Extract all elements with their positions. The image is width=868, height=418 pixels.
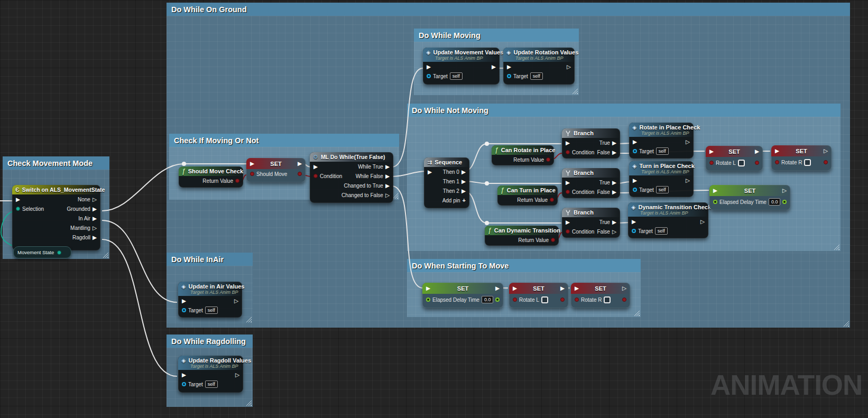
while-true-pin[interactable]: ▶ bbox=[385, 164, 390, 170]
true-pin[interactable]: ▶ bbox=[612, 180, 616, 185]
exec-out-pin[interactable]: ▷ bbox=[567, 64, 571, 70]
update-rotation-values-node[interactable]: ◈Update Rotation ValuesTarget is ALS Ani… bbox=[503, 48, 575, 85]
exec-in-pin[interactable]: ▶ bbox=[633, 178, 637, 183]
turn-in-place-check-node[interactable]: ◈Turn in Place CheckTarget is ALS Anim B… bbox=[629, 161, 694, 197]
comment-header[interactable]: Do While InAir bbox=[167, 253, 253, 266]
branch-node-rotate[interactable]: Branch ▶True▶ ConditionFalse▶ bbox=[562, 128, 620, 159]
comment-header[interactable]: Do While Ragdolling bbox=[167, 335, 253, 348]
target-pin[interactable] bbox=[633, 188, 637, 192]
exec-out-pin[interactable]: ▶ bbox=[495, 285, 500, 291]
exec-out-pin[interactable]: ▷ bbox=[700, 219, 705, 225]
exec-in-pin[interactable]: ▶ bbox=[313, 164, 318, 170]
exec-in-pin[interactable]: ▶ bbox=[632, 219, 636, 225]
movement-state-out-pin[interactable] bbox=[57, 250, 61, 255]
set-rotate-l-node[interactable]: ▶SET▶ Rotate L bbox=[509, 283, 568, 308]
then0-pin[interactable]: ▶ bbox=[461, 169, 466, 175]
comment-header[interactable]: Check If Moving Or Not bbox=[169, 134, 399, 147]
target-pin[interactable] bbox=[633, 149, 637, 153]
elapsed-delay-time-out-pin[interactable] bbox=[495, 298, 500, 302]
update-ragdoll-values-node[interactable]: ◈Update Ragdoll ValuesTarget is ALS Anim… bbox=[178, 356, 243, 393]
target-pin[interactable] bbox=[632, 229, 636, 233]
rotate-r-in-pin[interactable] bbox=[775, 160, 779, 164]
then2-pin[interactable]: ▶ bbox=[461, 188, 466, 194]
branch-node-turn[interactable]: Branch ▶True▶ ConditionFalse▶ bbox=[562, 168, 620, 198]
exec-out-pin-in-air[interactable]: ▶ bbox=[93, 216, 97, 221]
elapsed-value-box[interactable]: 0.0 bbox=[482, 296, 494, 303]
rotate-r-out-pin[interactable] bbox=[824, 160, 828, 164]
elapsed-delay-time-out-pin[interactable] bbox=[782, 200, 787, 204]
elapsed-value-box[interactable]: 0.0 bbox=[769, 198, 781, 206]
changed-to-true-pin[interactable]: ▶ bbox=[385, 183, 390, 189]
exec-in-pin[interactable]: ▶ bbox=[16, 197, 20, 202]
exec-in-pin[interactable]: ▶ bbox=[709, 148, 714, 154]
elapsed-delay-time-in-pin[interactable] bbox=[426, 298, 430, 302]
exec-out-pin[interactable]: ▷ bbox=[782, 188, 787, 193]
exec-in-pin[interactable]: ▶ bbox=[250, 161, 254, 166]
update-movement-values-node[interactable]: ◈Update Movement ValuesTarget is ALS Ani… bbox=[423, 48, 500, 85]
comment-header[interactable]: Do While On Ground bbox=[167, 3, 850, 16]
target-self-box[interactable]: self bbox=[450, 72, 463, 80]
exec-out-pin[interactable]: ▶ bbox=[298, 161, 302, 166]
exec-in-pin[interactable]: ▶ bbox=[775, 148, 779, 154]
add-pin-icon[interactable]: + bbox=[463, 198, 466, 203]
exec-in-pin[interactable]: ▶ bbox=[182, 372, 186, 378]
rotate-l-checkbox[interactable] bbox=[738, 160, 745, 166]
return-value-pin[interactable] bbox=[551, 238, 555, 242]
sequence-node[interactable]: ⇉Sequence ▶Then 0▶ Then 1▶ Then 2▶ Add p… bbox=[424, 157, 469, 208]
rotate-l-out-pin[interactable] bbox=[560, 298, 565, 302]
rotate-r-checkbox[interactable] bbox=[604, 296, 611, 303]
switch-on-als-movementstate-node[interactable]: ЄSwitch on ALS_MovementState ▶None▷ Sele… bbox=[12, 185, 100, 250]
can-rotate-in-place-node[interactable]: ƒCan Rotate in Place Return Value bbox=[492, 145, 554, 165]
false-pin[interactable]: ▶ bbox=[612, 189, 616, 195]
blueprint-graph-canvas[interactable]: { "palette":{"comment_header":"#4d83a4",… bbox=[0, 0, 868, 418]
return-value-pin[interactable] bbox=[235, 179, 239, 183]
rotate-l-checkbox[interactable] bbox=[541, 296, 548, 303]
return-value-pin[interactable] bbox=[550, 198, 554, 202]
changed-to-false-pin[interactable]: ▷ bbox=[385, 192, 390, 198]
exec-in-pin[interactable]: ▶ bbox=[575, 285, 579, 291]
rotate-l-in-pin[interactable] bbox=[709, 161, 714, 165]
exec-wire[interactable] bbox=[102, 220, 177, 302]
set-should-move-node[interactable]: ▶SET▶ Should Move bbox=[246, 158, 306, 182]
exec-in-pin[interactable]: ▶ bbox=[507, 64, 511, 70]
while-false-pin[interactable]: ▶ bbox=[385, 173, 390, 179]
comment-header[interactable]: Check Movement Mode bbox=[3, 156, 109, 170]
condition-pin[interactable] bbox=[566, 150, 570, 154]
should-move-in-pin[interactable] bbox=[250, 172, 254, 176]
exec-in-pin[interactable]: ▶ bbox=[633, 139, 637, 145]
false-pin[interactable]: ▷ bbox=[612, 229, 616, 235]
rotate-r-in-pin[interactable] bbox=[575, 298, 579, 302]
comment-header[interactable]: Do While Moving bbox=[414, 29, 579, 42]
exec-in-pin[interactable]: ▶ bbox=[566, 219, 570, 225]
exec-out-pin[interactable]: ▷ bbox=[622, 285, 626, 291]
movement-state-variable-node[interactable]: Movement State bbox=[13, 246, 71, 258]
condition-pin[interactable] bbox=[566, 190, 570, 194]
true-pin[interactable]: ▶ bbox=[612, 219, 616, 225]
target-self-box[interactable]: self bbox=[205, 306, 218, 314]
condition-pin[interactable] bbox=[566, 229, 570, 234]
exec-in-pin[interactable]: ▶ bbox=[566, 140, 570, 146]
dynamic-transition-check-node[interactable]: ◈Dynamic Transition CheckTarget is ALS A… bbox=[628, 202, 708, 238]
set-rotate-r-node[interactable]: ▶SET▷ Rotate R bbox=[771, 145, 832, 171]
set-elapsed-delay-time-node[interactable]: ▶SET▷ Elapsed Delay Time0.0 bbox=[709, 185, 790, 210]
rotate-l-in-pin[interactable] bbox=[513, 298, 517, 302]
return-value-pin[interactable] bbox=[546, 157, 550, 162]
true-pin[interactable]: ▶ bbox=[612, 140, 616, 146]
comment-do-while-not-moving[interactable]: Do While Not Moving bbox=[407, 104, 841, 251]
target-pin[interactable] bbox=[507, 74, 511, 78]
exec-out-pin[interactable]: ▷ bbox=[686, 178, 690, 183]
can-turn-in-place-node[interactable]: ƒCan Turn in Place Return Value bbox=[497, 185, 558, 206]
can-dynamic-transition-node[interactable]: ƒCan Dynamic Transition Return Value bbox=[485, 226, 559, 246]
exec-in-pin[interactable]: ▶ bbox=[427, 64, 431, 70]
exec-in-pin[interactable]: ▶ bbox=[713, 188, 717, 193]
rotate-r-checkbox[interactable] bbox=[804, 159, 811, 166]
condition-pin[interactable] bbox=[313, 174, 318, 178]
exec-in-pin[interactable]: ▶ bbox=[426, 285, 430, 291]
target-pin[interactable] bbox=[182, 308, 186, 312]
false-pin[interactable]: ▶ bbox=[612, 150, 616, 155]
should-move-out-pin[interactable] bbox=[298, 172, 302, 176]
exec-out-pin[interactable]: ▷ bbox=[235, 372, 239, 378]
target-pin[interactable] bbox=[182, 382, 186, 386]
should-move-check-node[interactable]: ƒShould Move Check Return Value bbox=[179, 166, 243, 188]
exec-out-pin-mantling[interactable]: ▷ bbox=[93, 225, 97, 231]
